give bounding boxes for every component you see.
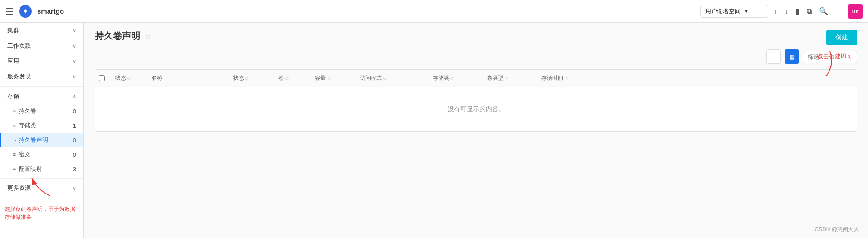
table-col-status-indicator: 状态 ◇ <box>112 70 148 87</box>
pvc-badge: 0 <box>73 137 76 144</box>
page-title: 持久卷声明 <box>95 30 140 42</box>
more-icon[interactable]: ⋮ <box>835 7 843 15</box>
sort-icon-age[interactable]: ◇ <box>565 76 568 81</box>
sort-icon-access[interactable]: ◇ <box>383 76 387 81</box>
list-view-button[interactable]: ≡ <box>766 49 781 64</box>
sidebar-item-workload[interactable]: 工作负载 ∨ <box>0 38 83 53</box>
sort-icon-capacity[interactable]: ◇ <box>327 76 331 81</box>
sidebar-service-arrow: ∨ <box>73 74 76 80</box>
namespace-dropdown-icon: ▼ <box>743 8 749 15</box>
copy-icon[interactable]: ⧉ <box>807 7 812 15</box>
sidebar-storage-arrow: ∧ <box>73 93 76 99</box>
app-logo: ✦ <box>19 5 32 18</box>
table-col-volume-type: 卷类型 ◇ <box>483 70 538 87</box>
sidebar-divider <box>0 86 83 87</box>
sidebar-item-storage-label: 存储 <box>7 92 19 100</box>
sidebar-item-app-label: 应用 <box>7 57 19 65</box>
main-layout: 集群 ∨ 工作负载 ∨ 应用 ∨ 服务发现 ∨ 存储 ∧ ○持久卷 0 ○存储类… <box>0 23 868 238</box>
sidebar-item-pvc[interactable]: ▪持久卷声明 0 <box>0 133 83 147</box>
sidebar: 集群 ∨ 工作负载 ∨ 应用 ∨ 服务发现 ∨ 存储 ∧ ○持久卷 0 ○存储类… <box>0 23 84 238</box>
upload-icon[interactable]: ↑ <box>774 7 777 15</box>
main-content: 持久卷声明 ☆ 创建 点击创建即可 ≡ <box>84 23 868 238</box>
footer-credit: CSDN @慧闲大大 <box>814 226 859 233</box>
table-col-access-mode: 访问模式 ◇ <box>356 70 429 87</box>
sidebar-item-app[interactable]: 应用 ∨ <box>0 53 83 69</box>
grid-view-button[interactable]: ▦ <box>785 49 799 64</box>
sidebar-workload-arrow: ∨ <box>73 43 76 49</box>
sidebar-item-storage-class[interactable]: ○存储类 1 <box>0 118 83 133</box>
grid-view-icon: ▦ <box>789 53 795 60</box>
search-icon[interactable]: 🔍 <box>819 7 828 15</box>
table-col-storage-class: 存储类 ◇ <box>429 70 483 87</box>
sidebar-arrow-svg <box>27 175 54 198</box>
storage-class-badge: 1 <box>73 122 76 129</box>
page-top-row: 持久卷声明 ☆ 创建 点击创建即可 <box>95 30 857 49</box>
table-col-checkbox <box>95 71 112 86</box>
toolbar: ≡ ▦ <box>95 49 857 64</box>
sort-icon-status2[interactable]: ◇ <box>245 76 249 81</box>
app-title: smartgo <box>37 7 64 15</box>
sidebar-hint-text: 选择创建卷声明，用于为数据存储做准备 <box>5 205 79 221</box>
table-col-status: 状态 ◇ <box>229 70 275 87</box>
pvc-table: 状态 ◇ 名称 ↓ 状态 ◇ 卷 ◇ 容量 ◇ <box>95 69 857 132</box>
page-header: 持久卷声明 ☆ <box>95 30 151 42</box>
list-view-icon: ≡ <box>772 53 775 60</box>
file-icon[interactable]: ▮ <box>795 7 800 15</box>
table-empty-message: 没有可显示的内容。 <box>95 87 857 131</box>
create-button[interactable]: 创建 <box>826 30 857 45</box>
sidebar-app-arrow: ∨ <box>73 58 76 64</box>
topbar: ☰ ✦ smartgo 用户命名空间 ▼ ↑ ↓ ▮ ⧉ 🔍 ⋮ BIt <box>0 0 868 23</box>
sidebar-item-cluster-label: 集群 <box>7 26 19 34</box>
download-icon[interactable]: ↓ <box>785 7 788 15</box>
topbar-actions: ↑ ↓ ▮ ⧉ 🔍 ⋮ <box>774 7 843 15</box>
sort-icon-volume[interactable]: ◇ <box>285 76 289 81</box>
sidebar-item-configmap[interactable]: ≡配置映射 3 <box>0 162 83 176</box>
sidebar-annotation: 选择创建卷声明，用于为数据存储做准备 <box>0 196 83 226</box>
sidebar-item-storage[interactable]: 存储 ∧ <box>0 88 83 104</box>
bit-badge[interactable]: BIt <box>848 4 863 19</box>
configmap-badge: 3 <box>73 166 76 173</box>
sort-icon-name[interactable]: ↓ <box>164 76 166 81</box>
sort-icon-vt[interactable]: ◇ <box>505 76 508 81</box>
sidebar-item-service-label: 服务发现 <box>7 73 31 81</box>
create-arrow-svg <box>816 49 839 76</box>
create-area: 创建 点击创建即可 <box>826 30 857 45</box>
favorite-star[interactable]: ☆ <box>145 32 151 40</box>
sort-icon-sc[interactable]: ◇ <box>450 76 454 81</box>
table-col-capacity: 容量 ◇ <box>311 70 356 87</box>
table-header: 状态 ◇ 名称 ↓ 状态 ◇ 卷 ◇ 容量 ◇ <box>95 70 857 87</box>
namespace-selector[interactable]: 用户命名空间 ▼ <box>700 5 768 18</box>
table-col-name: 名称 ↓ <box>148 70 229 87</box>
sidebar-item-workload-label: 工作负载 <box>7 42 31 50</box>
sidebar-item-pv[interactable]: ○持久卷 0 <box>0 104 83 118</box>
sidebar-item-cluster[interactable]: 集群 ∨ <box>0 23 83 38</box>
table-col-age: 存活时间 ◇ <box>538 70 592 87</box>
select-all-checkbox[interactable] <box>99 75 105 81</box>
sort-icon-status1[interactable]: ◇ <box>127 76 131 81</box>
sidebar-item-service[interactable]: 服务发现 ∨ <box>0 69 83 84</box>
secret-badge: 0 <box>73 151 76 158</box>
menu-icon[interactable]: ☰ <box>5 6 14 17</box>
table-col-volume: 卷 ◇ <box>275 70 311 87</box>
sidebar-more-arrow: ∨ <box>73 185 76 191</box>
namespace-label: 用户命名空间 <box>705 7 741 15</box>
pv-badge: 0 <box>73 108 76 115</box>
sidebar-cluster-arrow: ∨ <box>73 28 76 34</box>
sidebar-item-secret[interactable]: ≡密文 0 <box>0 147 83 162</box>
